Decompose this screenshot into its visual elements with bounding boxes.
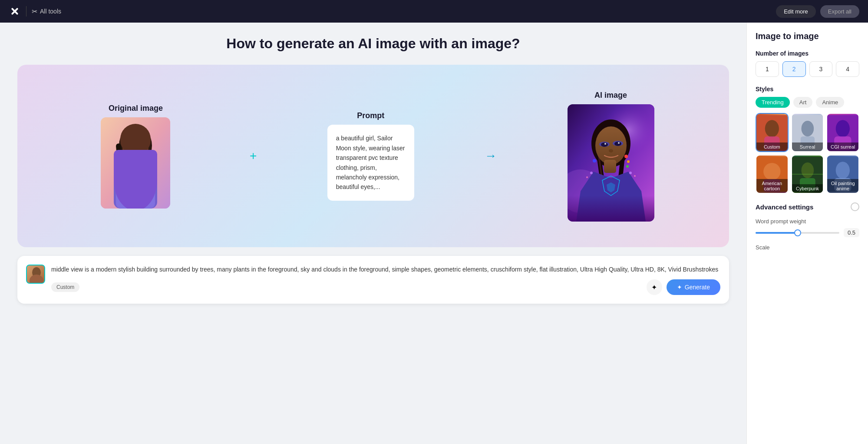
style-card-oilpainting[interactable]: Oil painting anime xyxy=(826,155,859,194)
style-surreal-label: Surreal xyxy=(792,142,823,151)
num-1-button[interactable]: 1 xyxy=(756,61,779,77)
styles-label: Styles xyxy=(756,86,859,93)
svg-point-32 xyxy=(593,159,596,162)
svg-point-31 xyxy=(626,165,629,168)
nav-divider xyxy=(26,6,26,17)
style-cyberpunk-label: Cyberpunk xyxy=(792,184,823,193)
advanced-toggle[interactable] xyxy=(851,202,859,211)
svg-point-45 xyxy=(801,121,814,136)
style-card-cyberpunk[interactable]: Cyberpunk xyxy=(791,155,824,194)
svg-point-36 xyxy=(586,176,588,178)
svg-point-9 xyxy=(134,152,137,154)
styles-grid: Custom Surreal xyxy=(756,113,859,194)
svg-point-8 xyxy=(138,146,144,149)
slider-fill xyxy=(756,232,798,234)
input-area: middle view is a modern stylish building… xyxy=(17,256,729,304)
svg-point-6 xyxy=(137,145,145,149)
svg-point-12 xyxy=(125,166,146,177)
edit-more-button[interactable]: Edit more xyxy=(776,5,816,18)
prompt-section: Prompt a beautiful girl, Sailor Moon sty… xyxy=(270,111,472,200)
style-card-american[interactable]: American cartoon xyxy=(756,155,789,194)
svg-point-1 xyxy=(119,126,152,165)
num-images-row: 1 2 3 4 xyxy=(756,61,859,77)
style-card-cgi[interactable]: CGI surreal xyxy=(826,113,859,152)
generate-label: Generate xyxy=(685,284,710,291)
word-prompt-weight-label: Word prompt weight xyxy=(756,218,859,225)
svg-point-24 xyxy=(601,142,608,147)
generate-button[interactable]: ✦ Generate xyxy=(667,279,720,295)
word-prompt-slider-row: 0.5 xyxy=(756,228,859,237)
ai-image-svg xyxy=(568,104,654,222)
demo-card: Original image xyxy=(17,65,729,247)
right-sidebar: Image to image Number of images 1 2 3 4 … xyxy=(746,23,868,444)
original-image-section: Original image xyxy=(35,104,237,209)
style-card-surreal[interactable]: Surreal xyxy=(791,113,824,152)
svg-point-35 xyxy=(629,172,632,174)
svg-point-7 xyxy=(127,146,133,149)
svg-point-42 xyxy=(765,120,779,137)
svg-point-5 xyxy=(126,145,135,149)
svg-point-26 xyxy=(604,143,606,145)
num-4-button[interactable]: 4 xyxy=(836,61,859,77)
word-prompt-slider-track[interactable] xyxy=(756,232,839,234)
svg-point-48 xyxy=(836,120,850,137)
all-tools-label: All tools xyxy=(40,8,61,15)
tab-art[interactable]: Art xyxy=(793,97,813,108)
svg-point-28 xyxy=(609,149,613,152)
nav-right-actions: Edit more Export all xyxy=(776,5,859,18)
plus-connector: + xyxy=(250,149,257,163)
style-tag[interactable]: Custom xyxy=(51,282,79,292)
advanced-settings-label: Advanced settings xyxy=(756,203,813,211)
input-content: middle view is a modern stylish building… xyxy=(51,265,720,295)
input-bottom-row: Custom ✦ ✦ Generate xyxy=(51,279,720,295)
main-layout: How to generate an AI image with an imag… xyxy=(0,23,868,444)
style-oilpainting-label: Oil painting anime xyxy=(827,179,858,193)
ai-image-section: AI image xyxy=(510,91,712,222)
num-3-button[interactable]: 3 xyxy=(809,61,833,77)
arrow-connector: → xyxy=(485,149,497,163)
svg-point-34 xyxy=(590,172,593,174)
style-cgi-label: CGI surreal xyxy=(827,142,858,151)
all-tools-button[interactable]: ✂ All tools xyxy=(32,7,61,16)
prompt-box: a beautiful girl, Sailor Moon style, wea… xyxy=(327,125,414,200)
slider-thumb[interactable] xyxy=(794,229,801,236)
svg-point-54 xyxy=(801,162,814,178)
svg-point-27 xyxy=(618,142,620,144)
style-card-custom[interactable]: Custom xyxy=(756,113,789,152)
svg-point-51 xyxy=(763,163,780,180)
svg-rect-3 xyxy=(114,152,122,186)
styles-tabs: Trending Art Anime xyxy=(756,97,859,108)
svg-point-25 xyxy=(614,142,621,146)
svg-rect-33 xyxy=(604,160,616,173)
export-all-button[interactable]: Export all xyxy=(820,5,859,18)
ai-image-label: AI image xyxy=(594,91,627,100)
page-title: How to generate an AI image with an imag… xyxy=(17,36,729,52)
style-custom-label: Custom xyxy=(756,142,788,151)
tab-anime[interactable]: Anime xyxy=(816,97,844,108)
top-navigation: ✂ All tools Edit more Export all xyxy=(0,0,868,23)
num-2-button[interactable]: 2 xyxy=(782,61,806,77)
word-prompt-value: 0.5 xyxy=(844,228,859,237)
svg-rect-13 xyxy=(130,161,141,173)
ai-generated-image xyxy=(568,104,654,222)
generate-icon: ✦ xyxy=(677,284,682,291)
prompt-label: Prompt xyxy=(357,111,384,120)
scale-label: Scale xyxy=(756,244,859,251)
tab-trending[interactable]: Trending xyxy=(756,97,790,108)
svg-point-4 xyxy=(122,131,149,164)
sidebar-title: Image to image xyxy=(756,31,859,41)
style-american-label: American cartoon xyxy=(756,179,788,193)
capcut-logo xyxy=(9,5,21,17)
content-area: How to generate an AI image with an imag… xyxy=(0,23,746,444)
svg-point-58 xyxy=(836,162,850,179)
sparkle-button[interactable]: ✦ xyxy=(647,279,662,295)
input-avatar xyxy=(26,265,45,284)
original-image-svg xyxy=(101,117,170,209)
advanced-settings-header: Advanced settings xyxy=(756,202,859,211)
svg-rect-0 xyxy=(101,117,170,209)
svg-point-30 xyxy=(627,160,630,163)
svg-rect-2 xyxy=(116,143,125,187)
svg-point-29 xyxy=(624,155,628,158)
input-prompt-text[interactable]: middle view is a modern stylish building… xyxy=(51,265,720,274)
original-image-label: Original image xyxy=(109,104,163,113)
